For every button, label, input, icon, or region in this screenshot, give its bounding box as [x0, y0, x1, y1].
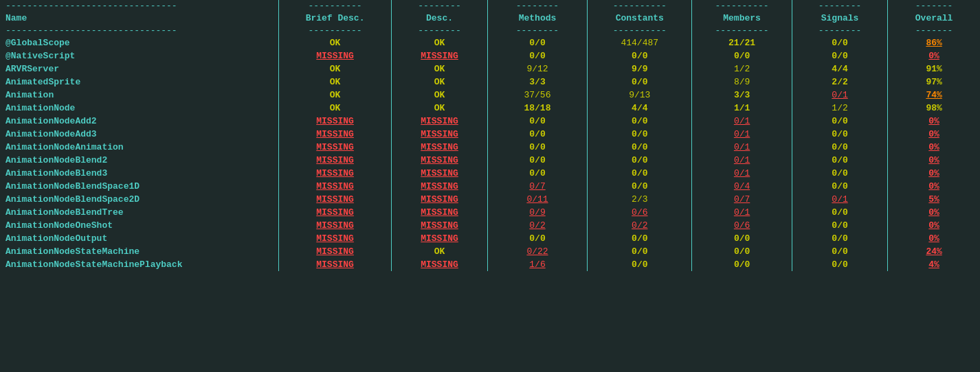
name-cell: AnimationNode: [5, 103, 75, 113]
members-value[interactable]: 0/7: [734, 194, 750, 205]
brief-value[interactable]: MISSING: [316, 181, 354, 191]
overall-value[interactable]: 0%: [928, 142, 939, 152]
name-cell: AnimationNodeAdd3: [5, 129, 97, 139]
overall-value[interactable]: 0%: [928, 116, 939, 126]
members-value: 0/0: [734, 259, 750, 270]
overall-value[interactable]: 5%: [928, 194, 939, 205]
cell-overall: 97%: [888, 75, 980, 89]
cell-members: 0/1: [692, 115, 792, 128]
methods-value[interactable]: 0/22: [526, 246, 548, 257]
cell-methods: 0/0: [487, 49, 588, 62]
brief-value[interactable]: MISSING: [316, 259, 354, 270]
overall-value[interactable]: 4%: [928, 259, 939, 270]
members-value[interactable]: 0/1: [734, 129, 750, 139]
cell-members: 0/1: [692, 154, 792, 167]
desc-value: OK: [434, 38, 445, 48]
table-row: AnimationNodeBlendTreeMISSINGMISSING0/90…: [0, 206, 980, 219]
overall-value[interactable]: 97%: [926, 77, 942, 87]
members-value[interactable]: 0/4: [734, 181, 750, 191]
signals-value[interactable]: 0/1: [832, 194, 847, 205]
brief-value[interactable]: MISSING: [316, 233, 354, 244]
cell-brief: OK: [278, 36, 392, 49]
methods-value[interactable]: 0/11: [526, 194, 548, 205]
name-cell: AnimationNodeStateMachine: [5, 246, 140, 257]
signals-value[interactable]: 0/1: [832, 90, 847, 100]
members-value[interactable]: 0/1: [734, 207, 750, 218]
cell-signals: 0/0: [792, 128, 887, 141]
overall-value[interactable]: 24%: [926, 246, 942, 257]
methods-value[interactable]: 0/9: [529, 207, 545, 218]
desc-value: OK: [434, 90, 445, 100]
cell-overall: 0%: [888, 232, 980, 245]
brief-value[interactable]: MISSING: [316, 194, 354, 205]
constants-value: 0/0: [632, 51, 647, 61]
overall-value[interactable]: 0%: [928, 129, 939, 139]
cell-brief: OK: [278, 102, 392, 115]
constants-value[interactable]: 0/2: [632, 220, 647, 231]
divider-cell: --------: [392, 25, 487, 36]
constants-value: 4/4: [632, 103, 647, 113]
desc-value[interactable]: MISSING: [421, 220, 458, 231]
members-value[interactable]: 0/1: [734, 168, 750, 178]
signals-value: 0/0: [832, 181, 847, 191]
table-row: @NativeScriptMISSINGMISSING0/00/00/00/00…: [0, 49, 980, 62]
constants-value[interactable]: 0/6: [632, 207, 647, 218]
members-value[interactable]: 0/1: [734, 155, 750, 165]
constants-value: 0/0: [632, 142, 647, 152]
brief-value[interactable]: MISSING: [316, 207, 354, 218]
overall-value[interactable]: 0%: [928, 155, 939, 165]
brief-value[interactable]: MISSING: [316, 155, 354, 165]
overall-value[interactable]: 0%: [928, 181, 939, 191]
brief-value[interactable]: MISSING: [316, 142, 354, 152]
overall-value[interactable]: 0%: [928, 51, 939, 61]
overall-value[interactable]: 0%: [928, 220, 939, 231]
brief-value[interactable]: MISSING: [316, 51, 354, 61]
overall-value[interactable]: 0%: [928, 207, 939, 218]
brief-value[interactable]: MISSING: [316, 246, 354, 257]
overall-value[interactable]: 91%: [926, 64, 942, 74]
cell-constants: 0/0: [588, 49, 692, 62]
signals-value: 0/0: [832, 38, 847, 48]
members-value[interactable]: 0/1: [734, 142, 750, 152]
desc-value[interactable]: MISSING: [421, 142, 458, 152]
brief-value: OK: [330, 90, 341, 100]
divider-cell: --------: [487, 0, 588, 12]
cell-desc: MISSING: [392, 258, 487, 271]
members-value[interactable]: 0/6: [734, 220, 750, 231]
signals-value: 0/0: [832, 142, 847, 152]
desc-value[interactable]: MISSING: [421, 116, 458, 126]
brief-value[interactable]: MISSING: [316, 116, 354, 126]
cell-constants: 414/487: [588, 36, 692, 49]
brief-value[interactable]: MISSING: [316, 168, 354, 178]
cell-methods: 0/0: [487, 167, 588, 180]
desc-value[interactable]: MISSING: [421, 259, 458, 270]
brief-value[interactable]: MISSING: [316, 129, 354, 139]
methods-value[interactable]: 0/7: [529, 181, 545, 191]
desc-value[interactable]: MISSING: [421, 233, 458, 244]
desc-value[interactable]: MISSING: [421, 129, 458, 139]
brief-value[interactable]: MISSING: [316, 220, 354, 231]
overall-value[interactable]: 74%: [926, 90, 942, 100]
desc-value[interactable]: MISSING: [421, 207, 458, 218]
cell-members: 0/4: [692, 180, 792, 193]
table-row: AnimationNodeBlendSpace1DMISSINGMISSING0…: [0, 180, 980, 193]
table-row: AnimationNodeBlend3MISSINGMISSING0/00/00…: [0, 167, 980, 180]
cell-name: AnimationNodeAnimation: [0, 141, 278, 154]
cell-methods: 0/7: [487, 180, 588, 193]
methods-value[interactable]: 0/2: [529, 220, 545, 231]
cell-desc: MISSING: [392, 167, 487, 180]
name-cell: AnimationNodeStateMachinePlayback: [5, 259, 182, 270]
members-value[interactable]: 0/1: [734, 116, 750, 126]
desc-value[interactable]: MISSING: [421, 168, 458, 178]
desc-value[interactable]: MISSING: [421, 194, 458, 205]
overall-value[interactable]: 0%: [928, 168, 939, 178]
desc-value[interactable]: MISSING: [421, 181, 458, 191]
methods-value[interactable]: 1/6: [529, 259, 545, 270]
cell-overall: 0%: [888, 141, 980, 154]
overall-value[interactable]: 86%: [926, 38, 942, 48]
overall-value[interactable]: 0%: [928, 233, 939, 244]
overall-value[interactable]: 98%: [926, 103, 942, 113]
signals-value: 0/0: [832, 246, 847, 257]
desc-value[interactable]: MISSING: [421, 51, 458, 61]
desc-value[interactable]: MISSING: [421, 155, 458, 165]
